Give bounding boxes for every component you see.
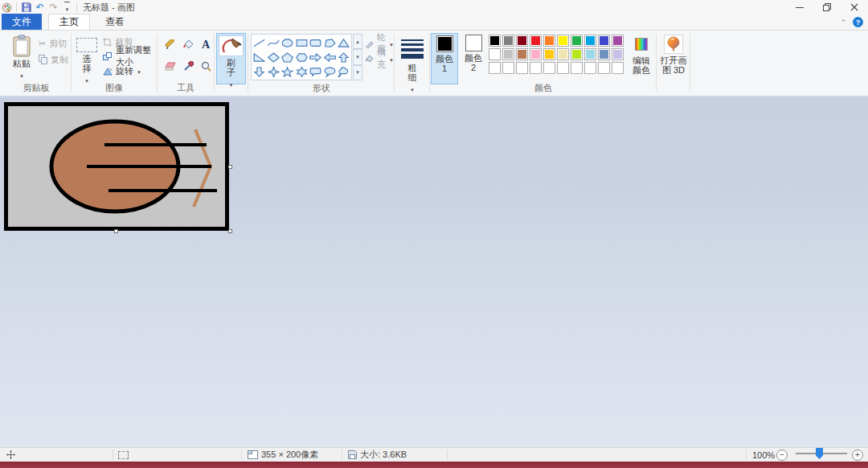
tab-view[interactable]: 查看 bbox=[95, 14, 135, 30]
palette-swatch-ed1c24[interactable] bbox=[530, 35, 542, 47]
palette-swatch-3f48cc[interactable] bbox=[598, 35, 610, 47]
palette-slot-empty[interactable] bbox=[489, 62, 501, 74]
palette-swatch-ffffff[interactable] bbox=[489, 48, 501, 60]
palette-slot-empty[interactable] bbox=[502, 62, 514, 74]
zoom-slider-thumb[interactable] bbox=[816, 448, 823, 459]
palette-slot-empty[interactable] bbox=[530, 62, 542, 74]
shape-diamond[interactable] bbox=[267, 50, 281, 64]
palette-slot-empty[interactable] bbox=[516, 62, 528, 74]
customize-toolbar-dropdown-icon[interactable] bbox=[60, 1, 74, 14]
shape-arrow-left[interactable] bbox=[323, 50, 338, 64]
color1-swatch bbox=[436, 35, 453, 52]
help-icon[interactable]: ? bbox=[853, 17, 863, 27]
color-picker-tool[interactable] bbox=[179, 56, 197, 76]
palette-slot-empty[interactable] bbox=[571, 62, 583, 74]
palette-swatch-880015[interactable] bbox=[516, 35, 528, 47]
shape-star-6[interactable] bbox=[295, 64, 309, 79]
shape-callout-oval[interactable] bbox=[323, 64, 338, 79]
pencil-tool[interactable] bbox=[162, 35, 179, 55]
palette-swatch-b5e61d[interactable] bbox=[571, 48, 583, 60]
minimize-icon[interactable] bbox=[786, 0, 813, 14]
palette-swatch-00a2e8[interactable] bbox=[584, 35, 596, 47]
shapes-scroll-down-icon[interactable]: ▼ bbox=[353, 49, 362, 64]
cut-icon: ✂ bbox=[39, 39, 46, 49]
palette-swatch-ff7f27[interactable] bbox=[543, 35, 555, 47]
canvas-resize-handle-corner[interactable] bbox=[228, 229, 232, 233]
shape-arrow-up[interactable] bbox=[337, 50, 351, 64]
palette-swatch-a349a4[interactable] bbox=[612, 35, 624, 47]
redo-icon[interactable]: ↷ bbox=[47, 1, 60, 14]
brushes-button[interactable]: 刷子 bbox=[216, 33, 246, 84]
drawing-canvas[interactable] bbox=[4, 102, 229, 231]
shape-curve[interactable] bbox=[267, 35, 281, 50]
shape-ellipse[interactable] bbox=[280, 35, 295, 50]
canvas-resize-handle-bottom[interactable] bbox=[114, 229, 118, 233]
group-colors: 颜色 1 颜色 2 编辑颜色 颜色 bbox=[431, 31, 656, 96]
palette-slot-empty[interactable] bbox=[584, 62, 596, 74]
zoom-out-button[interactable]: − bbox=[776, 448, 788, 462]
rotate-button[interactable]: 旋转 bbox=[103, 64, 141, 77]
palette-swatch-ffaec9[interactable] bbox=[530, 48, 542, 60]
shape-rectangle[interactable] bbox=[295, 35, 309, 50]
resize-button[interactable]: 重新调整大小 bbox=[103, 50, 156, 63]
shape-star-4[interactable] bbox=[267, 64, 281, 79]
shapes-more-icon[interactable]: ▼ bbox=[353, 65, 362, 80]
color1-button[interactable]: 颜色 1 bbox=[431, 33, 458, 84]
canvas-resize-handle-right[interactable] bbox=[228, 165, 232, 169]
tab-file[interactable]: 文件 bbox=[2, 14, 42, 30]
fill-bucket-tool[interactable] bbox=[179, 35, 197, 55]
palette-swatch-b97a57[interactable] bbox=[516, 48, 528, 60]
shape-hexagon[interactable] bbox=[295, 50, 309, 64]
color2-button[interactable]: 颜色 2 bbox=[460, 33, 487, 84]
select-button[interactable]: 选择 bbox=[74, 33, 100, 84]
palette-swatch-ffc90e[interactable] bbox=[543, 48, 555, 60]
open-paint3d-button[interactable]: 打开画图 3D bbox=[657, 33, 690, 75]
shape-arrow-right[interactable] bbox=[309, 50, 323, 64]
shape-fill-dropdown-icon bbox=[389, 54, 394, 64]
restore-icon[interactable] bbox=[813, 0, 841, 14]
palette-slot-empty[interactable] bbox=[612, 62, 624, 74]
palette-swatch-22b14c[interactable] bbox=[571, 35, 583, 47]
text-tool[interactable]: A bbox=[197, 35, 215, 55]
palette-swatch-000000[interactable] bbox=[489, 35, 501, 47]
magnifier-tool[interactable] bbox=[197, 56, 215, 76]
palette-swatch-7092be[interactable] bbox=[598, 48, 610, 60]
shape-triangle[interactable] bbox=[337, 35, 351, 50]
shape-star-5[interactable] bbox=[280, 64, 295, 79]
shape-callout-rounded[interactable] bbox=[309, 64, 323, 79]
cut-button[interactable]: ✂ 剪切 bbox=[39, 37, 67, 50]
zoom-in-button[interactable]: + bbox=[852, 448, 863, 462]
close-icon[interactable] bbox=[841, 0, 868, 14]
shapes-scroll-up-icon[interactable]: ▲ bbox=[353, 34, 362, 49]
tab-home[interactable]: 主页 bbox=[48, 14, 90, 30]
palette-swatch-7f7f7f[interactable] bbox=[502, 35, 514, 47]
palette-swatch-99d9ea[interactable] bbox=[584, 48, 596, 60]
edit-colors-button[interactable]: 编辑颜色 bbox=[628, 33, 655, 75]
palette-swatch-fff200[interactable] bbox=[557, 35, 569, 47]
palette-swatch-c8bfe7[interactable] bbox=[612, 48, 624, 60]
collapse-ribbon-icon[interactable]: ⌃ bbox=[840, 18, 846, 27]
palette-slot-empty[interactable] bbox=[598, 62, 610, 74]
zoom-slider[interactable] bbox=[796, 448, 849, 462]
shape-polygon[interactable] bbox=[323, 35, 338, 50]
status-bar: 355 × 200像素 大小: 3.6KB 100% − + bbox=[0, 447, 868, 462]
size-button[interactable]: 粗细 bbox=[397, 33, 428, 93]
eraser-tool[interactable] bbox=[162, 56, 179, 76]
shape-callout-cloud[interactable] bbox=[337, 64, 351, 79]
shape-line[interactable] bbox=[252, 35, 267, 50]
shape-arrow-down[interactable] bbox=[252, 64, 267, 79]
palette-slot-empty[interactable] bbox=[543, 62, 555, 74]
palette-swatch-c3c3c3[interactable] bbox=[502, 48, 514, 60]
shape-right-triangle[interactable] bbox=[252, 50, 267, 64]
undo-icon[interactable]: ↶ bbox=[33, 1, 47, 14]
shape-pentagon[interactable] bbox=[280, 50, 295, 64]
group-label-clipboard: 剪贴板 bbox=[2, 82, 71, 94]
paste-button[interactable]: 粘贴 bbox=[6, 33, 37, 80]
copy-button[interactable]: 复制 bbox=[39, 53, 68, 66]
save-icon[interactable] bbox=[19, 1, 33, 14]
palette-slot-empty[interactable] bbox=[557, 62, 569, 74]
edit-colors-icon bbox=[635, 38, 648, 51]
shape-fill-button[interactable]: 填充 bbox=[365, 52, 394, 65]
palette-swatch-efe4b0[interactable] bbox=[557, 48, 569, 60]
shape-rounded-rectangle[interactable] bbox=[309, 35, 323, 50]
